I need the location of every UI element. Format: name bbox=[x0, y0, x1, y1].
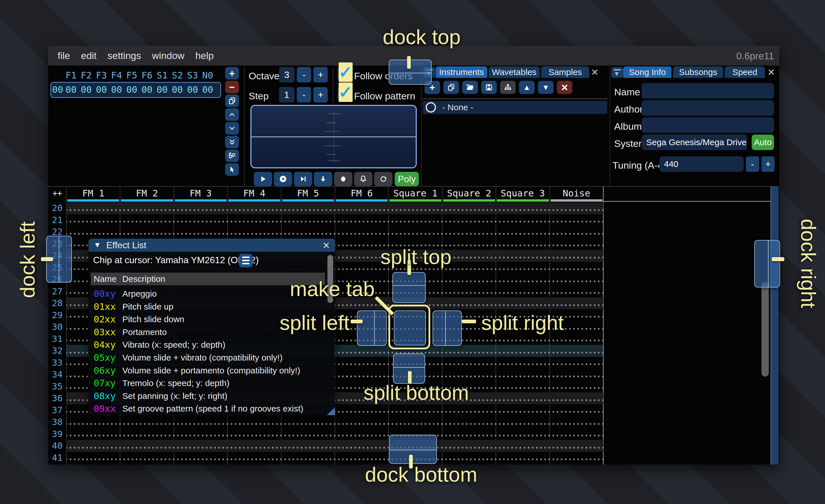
system-select[interactable]: Sega Genesis/Mega Drive bbox=[642, 135, 747, 150]
order-cell[interactable]: 00 bbox=[63, 84, 79, 95]
play-button[interactable] bbox=[254, 172, 272, 186]
order-cell[interactable]: 00 bbox=[109, 84, 124, 95]
order-cell[interactable]: 00 bbox=[139, 84, 155, 95]
order-selection-mode-button[interactable] bbox=[225, 163, 239, 176]
channel-header-fm-4[interactable]: FM 4 bbox=[227, 186, 281, 202]
record-button[interactable] bbox=[334, 172, 352, 186]
order-move-bottom-button[interactable] bbox=[225, 136, 239, 148]
metronome-button[interactable] bbox=[354, 172, 372, 186]
order-move-up-button[interactable] bbox=[225, 108, 239, 121]
empty-note-cells[interactable] bbox=[66, 202, 603, 214]
follow-orders-checkbox[interactable]: ✓ bbox=[338, 67, 351, 80]
step-one-row-button[interactable] bbox=[314, 172, 332, 186]
tab-wavetables[interactable]: Wavetables bbox=[489, 67, 540, 78]
tab-song-info[interactable]: Song Info bbox=[623, 67, 671, 78]
instrument-move-up-button[interactable]: ▲ bbox=[519, 81, 534, 94]
author-field[interactable] bbox=[642, 100, 774, 116]
pattern-row[interactable]: 39 bbox=[48, 428, 603, 440]
pattern-expand-button[interactable]: ++ bbox=[48, 187, 66, 202]
dock-target-right[interactable] bbox=[754, 240, 780, 287]
order-cell[interactable]: 00 bbox=[124, 84, 140, 95]
order-row-number[interactable]: 00 bbox=[52, 84, 63, 95]
order-cell[interactable]: 00 bbox=[78, 84, 94, 95]
octave-plus-button[interactable]: + bbox=[313, 67, 328, 82]
menu-item-file[interactable]: file bbox=[52, 50, 75, 61]
order-cell[interactable]: 00 bbox=[169, 84, 185, 95]
name-field[interactable] bbox=[642, 83, 774, 98]
menu-item-window[interactable]: window bbox=[146, 50, 190, 61]
order-cell[interactable]: 00 bbox=[154, 84, 170, 95]
effect-row[interactable]: 07xyTremolo (x: speed; y: depth) bbox=[91, 377, 328, 390]
menu-item-settings[interactable]: settings bbox=[102, 50, 146, 61]
empty-note-cells[interactable] bbox=[66, 464, 603, 465]
effect-row[interactable]: 08xySet panning (x: left; y: right) bbox=[91, 390, 328, 403]
split-target-top[interactable] bbox=[392, 272, 426, 303]
channel-header-fm-3[interactable]: FM 3 bbox=[174, 186, 227, 202]
instrument-duplicate-button[interactable] bbox=[443, 81, 459, 94]
channel-header-fm-1[interactable]: FM 1 bbox=[66, 186, 120, 202]
follow-pattern-checkbox[interactable]: ✓ bbox=[338, 87, 351, 100]
order-duplicate-button[interactable] bbox=[225, 94, 239, 107]
songinfo-tab-list-button[interactable]: ▼ bbox=[611, 67, 623, 78]
channel-header-fm-5[interactable]: FM 5 bbox=[281, 186, 335, 202]
empty-note-cells[interactable] bbox=[66, 452, 603, 464]
pattern-row[interactable]: 38 bbox=[48, 416, 603, 428]
dock-target-bottom[interactable] bbox=[389, 435, 437, 464]
effect-list-close-icon[interactable]: × bbox=[322, 239, 330, 252]
album-field[interactable] bbox=[642, 117, 774, 133]
pattern-row[interactable]: 42 bbox=[48, 464, 603, 465]
tab-instruments[interactable]: Instruments bbox=[436, 67, 487, 78]
poly-toggle-button[interactable]: Poly bbox=[395, 172, 419, 186]
instrument-save-button[interactable] bbox=[481, 81, 497, 94]
play-row-button[interactable] bbox=[294, 172, 312, 186]
step-minus-button[interactable]: - bbox=[297, 87, 311, 102]
pattern-row[interactable]: 40 bbox=[48, 440, 603, 452]
empty-note-cells[interactable] bbox=[66, 428, 603, 440]
order-add-button[interactable]: + bbox=[225, 67, 239, 80]
empty-note-cells[interactable] bbox=[66, 416, 603, 428]
system-auto-button[interactable]: Auto bbox=[752, 135, 774, 150]
songinfo-close-icon[interactable]: × bbox=[768, 67, 775, 78]
split-target-right[interactable] bbox=[433, 311, 462, 346]
instrument-open-button[interactable] bbox=[462, 81, 478, 94]
instrument-folders-button[interactable] bbox=[500, 81, 516, 94]
channel-header-square-3[interactable]: Square 3 bbox=[496, 186, 549, 202]
channel-header-square-1[interactable]: Square 1 bbox=[388, 186, 442, 202]
order-cell[interactable]: 00 bbox=[200, 84, 215, 95]
order-cell[interactable]: 00 bbox=[94, 84, 109, 95]
pattern-row[interactable]: 41 bbox=[48, 452, 603, 464]
menu-item-edit[interactable]: edit bbox=[75, 50, 102, 61]
effect-list-menu-button[interactable] bbox=[239, 254, 253, 267]
empty-note-cells[interactable] bbox=[66, 440, 603, 452]
order-cell[interactable]: 00 bbox=[185, 84, 200, 95]
channel-header-square-2[interactable]: Square 2 bbox=[442, 186, 496, 202]
pattern-row[interactable]: 21 bbox=[48, 214, 603, 226]
follow-pattern-label[interactable]: Follow pattern bbox=[354, 90, 416, 102]
empty-note-cells[interactable] bbox=[66, 226, 603, 238]
channel-header-fm-2[interactable]: FM 2 bbox=[120, 186, 173, 202]
step-plus-button[interactable]: + bbox=[313, 87, 328, 102]
repeat-button[interactable] bbox=[374, 172, 392, 186]
channel-header-fm-6[interactable]: FM 6 bbox=[335, 186, 388, 202]
octave-value[interactable]: 3 bbox=[279, 67, 295, 82]
effect-row[interactable]: 05xyVolume slide + vibrato (compatibilit… bbox=[91, 351, 328, 364]
tuning-minus-button[interactable]: - bbox=[746, 156, 759, 172]
pattern-scrollbar[interactable] bbox=[761, 282, 769, 376]
order-move-down-button[interactable] bbox=[225, 122, 239, 135]
effect-row[interactable]: 09xxSet groove pattern (speed 1 if no gr… bbox=[91, 402, 328, 415]
octave-minus-button[interactable]: - bbox=[297, 67, 311, 82]
instrument-move-down-button[interactable]: ▼ bbox=[538, 81, 553, 94]
play-pattern-button[interactable] bbox=[274, 172, 292, 186]
instrument-list-item[interactable]: - None - bbox=[423, 101, 607, 114]
tuning-field[interactable]: 440 bbox=[659, 156, 744, 172]
effect-row[interactable]: 06xyVolume slide + portamento (compatibi… bbox=[91, 364, 328, 377]
resize-grip[interactable] bbox=[327, 407, 335, 415]
channel-header-noise[interactable]: Noise bbox=[550, 186, 603, 202]
step-value[interactable]: 1 bbox=[279, 87, 295, 102]
collapse-triangle-icon[interactable]: ▼ bbox=[94, 241, 101, 249]
tab-speed[interactable]: Speed bbox=[725, 67, 765, 78]
split-target-left[interactable] bbox=[357, 311, 387, 346]
pattern-row[interactable]: 20 bbox=[48, 202, 603, 214]
instrument-delete-button[interactable]: × bbox=[557, 81, 572, 94]
tuning-plus-button[interactable]: + bbox=[761, 156, 774, 172]
